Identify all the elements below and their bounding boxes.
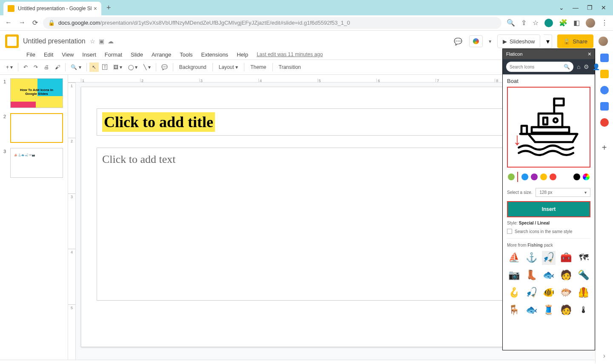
menu-slide[interactable]: Slide: [127, 51, 146, 59]
insert-button[interactable]: Insert: [507, 201, 590, 217]
hide-sidepanel-icon[interactable]: ›: [603, 352, 605, 360]
account-avatar[interactable]: [599, 37, 608, 46]
user-icon[interactable]: 👤: [593, 63, 600, 70]
close-window-icon[interactable]: ✕: [601, 4, 606, 11]
search-input[interactable]: [510, 65, 564, 69]
menu-insert[interactable]: Insert: [79, 51, 100, 59]
zoom-icon[interactable]: 🔍: [507, 19, 515, 27]
browser-tab[interactable]: Untitled presentation - Google Sl ×: [3, 2, 101, 15]
share-url-icon[interactable]: ⇪: [521, 19, 527, 27]
share-button[interactable]: 🔒 Share: [557, 34, 593, 48]
new-slide-button[interactable]: + ▾: [3, 63, 15, 72]
pack-icon[interactable]: 🐟: [542, 268, 556, 282]
tasks-icon[interactable]: [600, 86, 609, 94]
calendar-icon[interactable]: [600, 54, 609, 62]
back-icon[interactable]: ←: [5, 19, 12, 27]
close-panel-icon[interactable]: ×: [588, 51, 591, 57]
shape-tool[interactable]: ◯ ▾: [126, 63, 140, 72]
pack-icon[interactable]: 📷: [507, 268, 521, 282]
pack-icon[interactable]: 🎣: [524, 286, 539, 300]
flaticon-search[interactable]: 🔍: [506, 62, 573, 72]
slideshow-button[interactable]: ▶ Slideshow: [497, 34, 540, 48]
forward-icon[interactable]: →: [19, 19, 26, 27]
color-swatch-custom[interactable]: [583, 173, 590, 180]
color-swatch-red[interactable]: [550, 173, 556, 180]
pack-icon[interactable]: 🦺: [576, 286, 590, 300]
redo-button[interactable]: ↷: [31, 63, 40, 72]
image-tool[interactable]: 🖼 ▾: [111, 63, 125, 72]
chevron-down-icon[interactable]: ⌄: [559, 4, 564, 11]
home-icon[interactable]: ⌂: [577, 63, 580, 70]
maximize-icon[interactable]: ❐: [587, 4, 593, 11]
speaker-notes[interactable]: Click to add speaker notes: [0, 360, 613, 364]
undo-button[interactable]: ↶: [21, 63, 30, 72]
menu-file[interactable]: File: [23, 51, 39, 59]
menu-edit[interactable]: Edit: [40, 51, 57, 59]
pack-icon[interactable]: 👢: [524, 268, 539, 282]
pack-icon[interactable]: 🗺: [576, 251, 590, 265]
contacts-icon[interactable]: [600, 102, 609, 111]
slide-thumbnail-2[interactable]: [10, 113, 63, 143]
bookmark-icon[interactable]: ☆: [533, 19, 539, 27]
menu-view[interactable]: View: [58, 51, 77, 59]
line-tool[interactable]: ╲ ▾: [141, 63, 153, 72]
profile-avatar[interactable]: [586, 18, 595, 28]
pack-icon[interactable]: 🧑: [559, 303, 573, 317]
url-field[interactable]: 🔒 docs.google.com /presentation/d/1ytSvX…: [43, 17, 501, 29]
print-button[interactable]: 🖨: [41, 63, 52, 72]
paint-format-button[interactable]: 🖌: [52, 63, 63, 72]
layout-button[interactable]: Layout ▾: [215, 63, 241, 72]
pack-icon[interactable]: 🌡: [576, 303, 590, 317]
slideshow-dropdown[interactable]: ▾: [544, 34, 552, 48]
background-button[interactable]: Background: [176, 63, 210, 72]
pack-icon[interactable]: 🎣: [542, 251, 556, 265]
add-addon-icon[interactable]: +: [602, 143, 607, 153]
menu-arrange[interactable]: Arrange: [148, 51, 175, 59]
new-tab-button[interactable]: +: [106, 3, 111, 12]
color-swatch-yellow[interactable]: [540, 173, 547, 180]
extensions-puzzle-icon[interactable]: 🧩: [559, 19, 567, 27]
pack-icon[interactable]: 🐡: [559, 286, 573, 300]
transition-button[interactable]: Transition: [275, 63, 304, 72]
select-tool[interactable]: ↖: [89, 63, 99, 72]
menu-tools[interactable]: Tools: [176, 51, 196, 59]
close-tab-icon[interactable]: ×: [94, 5, 97, 12]
slide-thumbnail-1[interactable]: How To Add Icons In Google Slides: [10, 78, 63, 108]
slide-thumbnail-3[interactable]: ⛵ ⚓ 🐟 🎣 🗺 📷: [10, 148, 63, 178]
color-swatch-purple[interactable]: [531, 173, 538, 180]
star-icon[interactable]: ☆: [90, 38, 95, 45]
color-swatch-black[interactable]: [573, 173, 580, 180]
pack-icon[interactable]: 🐟: [524, 303, 539, 317]
menu-extensions[interactable]: Extensions: [198, 51, 232, 59]
textbox-tool[interactable]: 🅃: [100, 63, 110, 72]
zoom-button[interactable]: 🔍 ▾: [68, 63, 83, 72]
maps-icon[interactable]: [600, 118, 609, 127]
cloud-status-icon[interactable]: ☁: [108, 38, 114, 45]
pack-icon[interactable]: 🧰: [559, 251, 573, 265]
pack-icon[interactable]: ⚓: [524, 251, 539, 265]
menu-format[interactable]: Format: [101, 51, 126, 59]
last-edit-link[interactable]: Last edit was 11 minutes ago: [257, 51, 323, 57]
doc-title[interactable]: Untitled presentation: [23, 37, 86, 45]
size-select[interactable]: 128 px ▾: [536, 188, 590, 197]
menu-help[interactable]: Help: [233, 51, 252, 59]
pack-icon[interactable]: 🧑: [559, 268, 573, 282]
keep-icon[interactable]: [600, 70, 609, 78]
pack-icon[interactable]: 🔦: [576, 268, 590, 282]
kebab-menu-icon[interactable]: ⋮: [601, 19, 608, 27]
theme-button[interactable]: Theme: [247, 63, 269, 72]
pack-icon[interactable]: 🪑: [507, 303, 521, 317]
minimize-icon[interactable]: —: [573, 4, 579, 11]
pack-icon[interactable]: 🐠: [542, 286, 556, 300]
slides-logo-icon[interactable]: [5, 34, 19, 48]
color-swatch-green[interactable]: [508, 173, 515, 180]
same-style-checkbox[interactable]: [507, 229, 512, 234]
color-swatch-blue[interactable]: [521, 173, 528, 180]
pack-icon[interactable]: 🧵: [542, 303, 556, 317]
reload-icon[interactable]: ⟳: [32, 19, 38, 27]
move-folder-icon[interactable]: ▣: [99, 38, 104, 45]
comment-tool[interactable]: 💬: [159, 63, 170, 72]
comments-icon[interactable]: 💬: [452, 35, 464, 47]
meet-dropdown-icon[interactable]: ▼: [488, 39, 492, 44]
pack-icon[interactable]: ⛵: [507, 251, 521, 265]
